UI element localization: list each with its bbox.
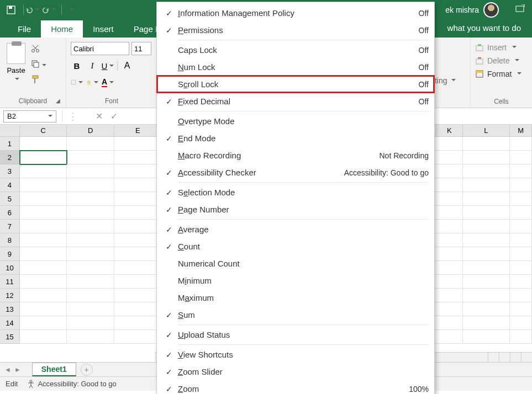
save-icon[interactable] <box>4 3 18 17</box>
increase-font-icon[interactable]: A <box>121 60 133 72</box>
tab-home[interactable]: Home <box>41 20 83 38</box>
row-header[interactable]: 13 <box>0 302 20 316</box>
cell[interactable] <box>463 233 510 247</box>
col-header[interactable]: D <box>67 125 114 136</box>
col-header[interactable]: K <box>436 125 463 136</box>
cell[interactable] <box>436 275 463 289</box>
cell[interactable] <box>114 275 162 289</box>
qat-customize-icon[interactable] <box>64 3 77 17</box>
cell[interactable] <box>436 289 463 302</box>
cell[interactable] <box>67 220 114 233</box>
cell[interactable] <box>114 192 162 206</box>
menu-item[interactable]: Overtype Mode <box>157 113 434 130</box>
cell[interactable] <box>436 247 463 261</box>
enter-formula-icon[interactable]: ✓ <box>110 111 118 121</box>
row-header[interactable]: 11 <box>0 275 20 289</box>
cell[interactable] <box>436 220 463 233</box>
cell[interactable] <box>510 302 532 316</box>
cell[interactable] <box>463 206 510 220</box>
cell[interactable] <box>114 206 162 220</box>
name-box[interactable]: B2 <box>3 110 56 123</box>
menu-item[interactable]: ✓PermissionsOff <box>157 22 434 39</box>
menu-item[interactable]: Caps LockOff <box>157 41 434 58</box>
cell[interactable] <box>67 247 114 261</box>
cell[interactable] <box>463 151 510 164</box>
cell[interactable] <box>436 330 463 344</box>
cell[interactable] <box>114 289 162 302</box>
select-all-corner[interactable] <box>0 125 20 136</box>
cell[interactable] <box>463 137 510 151</box>
tell-me[interactable]: what you want to do <box>447 23 521 33</box>
cell[interactable] <box>114 151 162 164</box>
cell[interactable] <box>463 289 510 302</box>
copy-icon[interactable] <box>31 60 46 71</box>
menu-item[interactable]: ✓Zoom100% <box>157 380 434 394</box>
menu-item[interactable]: ✓Count <box>157 238 434 255</box>
col-header[interactable]: M <box>510 125 532 136</box>
menu-item[interactable]: ✓Zoom Slider <box>157 363 434 380</box>
cell[interactable] <box>67 178 114 192</box>
tab-file[interactable]: File <box>8 20 41 38</box>
cell[interactable] <box>67 151 114 164</box>
row-header[interactable]: 12 <box>0 289 20 302</box>
sheet-next-icon[interactable]: ► <box>14 366 21 374</box>
row-header[interactable]: 9 <box>0 247 20 261</box>
cell[interactable] <box>436 192 463 206</box>
cell[interactable] <box>510 316 532 330</box>
cell[interactable] <box>436 151 463 164</box>
sheet-prev-icon[interactable]: ◄ <box>4 366 11 374</box>
scroll-left2-icon[interactable] <box>510 353 521 362</box>
menu-item[interactable]: Num LockOff <box>157 58 434 76</box>
cell[interactable] <box>20 220 67 233</box>
sheet-tab-1[interactable]: Sheet1 <box>32 363 76 376</box>
tab-insert[interactable]: Insert <box>83 20 124 38</box>
menu-item[interactable]: ✓Upload Status <box>157 326 434 343</box>
redo-icon[interactable] <box>43 3 56 17</box>
borders-icon[interactable] <box>71 76 83 88</box>
menu-item[interactable]: ✓Sum <box>157 306 434 323</box>
menu-item[interactable]: ✓Selection Mode <box>157 184 434 201</box>
cell[interactable] <box>114 220 162 233</box>
italic-button[interactable]: I <box>86 60 98 72</box>
scroll-right2-icon[interactable] <box>521 353 532 362</box>
cell[interactable] <box>20 137 67 151</box>
cell[interactable] <box>20 164 67 178</box>
cell[interactable] <box>20 316 67 330</box>
cell[interactable] <box>463 220 510 233</box>
cell[interactable] <box>510 233 532 247</box>
row-header[interactable]: 15 <box>0 330 20 344</box>
font-size-input[interactable] <box>131 42 151 55</box>
col-header[interactable]: E <box>114 125 162 136</box>
font-name-input[interactable] <box>71 42 129 55</box>
cell[interactable] <box>463 164 510 178</box>
cells-format-button[interactable]: Format <box>475 67 528 81</box>
cell[interactable] <box>67 192 114 206</box>
row-header[interactable]: 7 <box>0 220 20 233</box>
cells-insert-button[interactable]: Insert <box>475 41 528 54</box>
menu-item[interactable]: Maximum <box>157 289 434 306</box>
scroll-right-icon[interactable] <box>499 353 510 362</box>
menu-item[interactable]: Minimum <box>157 272 434 289</box>
row-header[interactable]: 1 <box>0 137 20 151</box>
paste-button[interactable]: Paste <box>4 40 28 86</box>
row-header[interactable]: 5 <box>0 192 20 206</box>
formatting-partial[interactable]: tting <box>433 76 456 85</box>
cell[interactable] <box>510 178 532 192</box>
menu-item[interactable]: ✓Fixed DecimalOff <box>157 93 434 110</box>
row-header[interactable]: 6 <box>0 206 20 220</box>
cell[interactable] <box>510 220 532 233</box>
cell[interactable] <box>510 164 532 178</box>
scroll-left-icon[interactable] <box>488 353 499 362</box>
format-painter-icon[interactable] <box>31 75 46 86</box>
status-accessibility[interactable]: Accessibility: Good to go <box>27 380 116 388</box>
cell[interactable] <box>436 178 463 192</box>
cell[interactable] <box>67 164 114 178</box>
undo-icon[interactable] <box>26 3 39 17</box>
cell[interactable] <box>67 289 114 302</box>
menu-item[interactable]: Macro RecordingNot Recording <box>157 147 434 164</box>
row-header[interactable]: 10 <box>0 261 20 275</box>
menu-item[interactable]: ✓Information Management PolicyOff <box>157 4 434 22</box>
cell[interactable] <box>114 137 162 151</box>
cell[interactable] <box>463 302 510 316</box>
cell[interactable] <box>463 275 510 289</box>
